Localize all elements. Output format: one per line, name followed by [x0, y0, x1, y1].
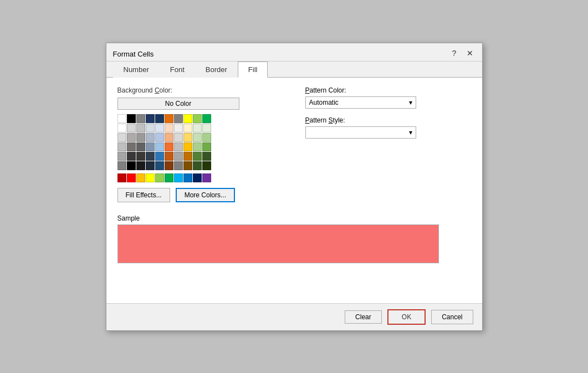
color-cell[interactable] [202, 114, 211, 123]
color-row [117, 161, 283, 170]
color-cell[interactable] [174, 173, 183, 182]
color-cell[interactable] [117, 152, 126, 161]
color-cell[interactable] [136, 114, 145, 123]
color-cell[interactable] [183, 152, 192, 161]
color-cell[interactable] [127, 161, 136, 170]
pattern-style-dropdown[interactable]: ▾ [305, 126, 416, 139]
color-cell[interactable] [155, 161, 164, 170]
tab-border[interactable]: Border [195, 62, 238, 78]
color-cell[interactable] [165, 114, 173, 123]
color-cell[interactable] [136, 124, 145, 132]
color-cell[interactable] [174, 152, 183, 161]
format-cells-dialog: Format Cells ? ✕ Number Font Border Fill… [106, 43, 483, 331]
color-cell[interactable] [146, 124, 155, 132]
tab-fill[interactable]: Fill [238, 62, 268, 78]
color-cell[interactable] [174, 124, 183, 132]
color-cell[interactable] [202, 124, 211, 132]
color-cell[interactable] [127, 142, 136, 151]
color-cell[interactable] [127, 114, 136, 123]
sample-preview [117, 224, 439, 263]
color-cell[interactable] [127, 152, 136, 161]
color-cell[interactable] [136, 173, 145, 182]
tab-font[interactable]: Font [160, 62, 195, 78]
color-cell[interactable] [117, 114, 126, 123]
color-cell[interactable] [183, 133, 192, 142]
no-color-button[interactable]: No Color [117, 98, 239, 110]
color-cell[interactable] [117, 161, 126, 170]
color-cell[interactable] [165, 173, 173, 182]
color-cell[interactable] [165, 152, 173, 161]
color-cell[interactable] [193, 114, 202, 123]
color-cell[interactable] [174, 133, 183, 142]
bottom-buttons: Fill Effects... More Colors... [117, 188, 283, 202]
color-cell[interactable] [146, 161, 155, 170]
dialog-body: Background Color: No Color [106, 78, 482, 303]
dropdown-chevron-icon: ▾ [409, 129, 412, 136]
color-cell[interactable] [136, 161, 145, 170]
color-cell[interactable] [202, 152, 211, 161]
color-cell[interactable] [136, 142, 145, 151]
color-cell[interactable] [183, 114, 192, 123]
sample-label: Sample [117, 214, 471, 222]
color-cell[interactable] [193, 161, 202, 170]
color-row [117, 152, 283, 161]
more-colors-button[interactable]: More Colors... [176, 188, 235, 202]
color-row [117, 142, 283, 151]
color-cell[interactable] [193, 152, 202, 161]
color-cell[interactable] [117, 142, 126, 151]
color-cell[interactable] [183, 173, 192, 182]
fill-effects-button[interactable]: Fill Effects... [117, 188, 170, 202]
color-cell[interactable] [117, 124, 126, 132]
color-cell[interactable] [165, 133, 173, 142]
main-columns: Background Color: No Color [117, 86, 471, 202]
clear-button[interactable]: Clear [345, 310, 382, 324]
color-cell[interactable] [155, 124, 164, 132]
color-cell[interactable] [136, 152, 145, 161]
title-controls: ? ✕ [449, 48, 475, 59]
color-cell[interactable] [136, 133, 145, 142]
color-cell[interactable] [193, 133, 202, 142]
color-cell[interactable] [117, 173, 126, 182]
color-cell[interactable] [155, 114, 164, 123]
color-cell[interactable] [146, 133, 155, 142]
color-cell[interactable] [127, 133, 136, 142]
color-cell[interactable] [146, 152, 155, 161]
color-cell[interactable] [165, 161, 173, 170]
color-cell[interactable] [146, 142, 155, 151]
color-cell[interactable] [183, 124, 192, 132]
color-cell[interactable] [202, 161, 211, 170]
ok-button[interactable]: OK [387, 309, 426, 325]
left-column: Background Color: No Color [117, 86, 283, 202]
color-cell[interactable] [202, 142, 211, 151]
dialog-title: Format Cells [113, 50, 154, 58]
color-cell[interactable] [174, 114, 183, 123]
color-cell[interactable] [202, 133, 211, 142]
color-cell[interactable] [183, 142, 192, 151]
color-row-top [117, 114, 283, 123]
color-cell[interactable] [146, 114, 155, 123]
color-cell[interactable] [127, 173, 136, 182]
pattern-color-dropdown[interactable]: Automatic ▾ [305, 96, 416, 109]
color-cell[interactable] [155, 173, 164, 182]
bg-color-label: Background Color: [117, 86, 283, 94]
help-button[interactable]: ? [449, 48, 460, 59]
tab-number[interactable]: Number [113, 62, 160, 78]
cancel-button[interactable]: Cancel [431, 310, 473, 324]
color-cell[interactable] [146, 173, 155, 182]
color-cell[interactable] [155, 152, 164, 161]
color-cell[interactable] [183, 161, 192, 170]
color-cell[interactable] [202, 173, 211, 182]
color-cell[interactable] [127, 124, 136, 132]
color-cell[interactable] [117, 133, 126, 142]
color-cell[interactable] [174, 142, 183, 151]
color-cell[interactable] [155, 142, 164, 151]
close-button[interactable]: ✕ [464, 48, 475, 59]
color-cell[interactable] [165, 124, 173, 132]
color-cell[interactable] [193, 173, 202, 182]
color-cell[interactable] [174, 161, 183, 170]
color-cell[interactable] [165, 142, 173, 151]
color-row-bright [117, 173, 283, 182]
color-cell[interactable] [155, 133, 164, 142]
color-cell[interactable] [193, 142, 202, 151]
color-cell[interactable] [193, 124, 202, 132]
